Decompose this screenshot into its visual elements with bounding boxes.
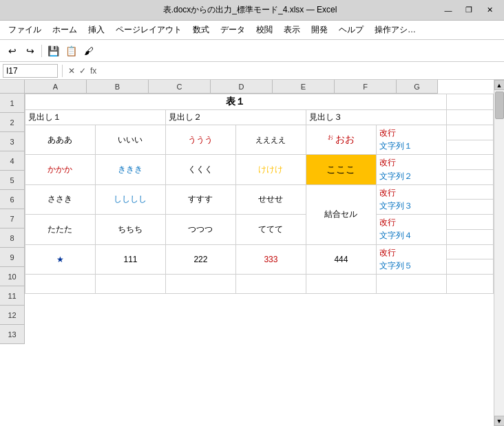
menu-file[interactable]: ファイル: [3, 21, 47, 39]
cell-3b[interactable]: いいい: [95, 125, 165, 155]
cell-11a[interactable]: ★: [25, 244, 96, 274]
cell-5e[interactable]: こここ: [306, 155, 376, 184]
cell-7b[interactable]: しししし: [95, 184, 165, 214]
menu-view[interactable]: 表示: [278, 21, 306, 39]
cell-heading2[interactable]: 見出し２: [165, 110, 306, 125]
fx-icon[interactable]: fx: [89, 65, 98, 77]
cell-10g[interactable]: [446, 229, 493, 244]
col-B[interactable]: B: [87, 80, 149, 94]
menu-insert[interactable]: 挿入: [83, 21, 110, 39]
cell-9d[interactable]: ててて: [235, 215, 306, 244]
row-5[interactable]: 5: [0, 171, 25, 190]
minimize-button[interactable]: —: [439, 4, 457, 17]
cancel-icon[interactable]: ✕: [67, 65, 76, 77]
menu-data[interactable]: データ: [215, 21, 251, 39]
scroll-thumb[interactable]: [495, 92, 504, 119]
cell-7g[interactable]: [446, 184, 493, 200]
cell-13d[interactable]: [235, 274, 306, 293]
cell-11e[interactable]: 444: [306, 244, 376, 274]
save-button[interactable]: 💾: [45, 43, 61, 59]
cell-13g[interactable]: [446, 274, 493, 293]
cell-2g[interactable]: [446, 110, 493, 125]
undo-button[interactable]: ↩: [4, 43, 21, 59]
row-4[interactable]: 4: [0, 151, 25, 171]
col-C[interactable]: C: [149, 80, 211, 94]
col-G[interactable]: G: [397, 80, 438, 94]
row-6[interactable]: 6: [0, 190, 25, 209]
cell-12g[interactable]: [446, 259, 493, 275]
cell-heading3[interactable]: 見出し３: [306, 110, 446, 125]
cell-title[interactable]: 表１: [25, 94, 447, 110]
cell-3e[interactable]: お おお: [306, 125, 376, 155]
cell-3f[interactable]: 改行 文字列１: [376, 125, 446, 155]
cell-reference-box[interactable]: I17: [3, 64, 58, 78]
row-8[interactable]: 8: [0, 228, 25, 248]
cell-7e-merged[interactable]: 結合セル: [306, 184, 376, 244]
menu-page-layout[interactable]: ページレイアウト: [110, 21, 187, 39]
row-9[interactable]: 9: [0, 248, 25, 267]
copy-button[interactable]: 📋: [63, 43, 79, 59]
cell-9b[interactable]: ちちち: [95, 215, 165, 244]
menu-help[interactable]: ヘルプ: [333, 21, 369, 39]
cell-5b[interactable]: ききき: [95, 155, 165, 184]
cell-6g[interactable]: [446, 170, 493, 185]
row-13[interactable]: 13: [0, 325, 25, 344]
row-11[interactable]: 11: [0, 286, 25, 306]
format-button[interactable]: 🖌: [81, 43, 97, 59]
col-A[interactable]: A: [25, 80, 87, 94]
cell-5d[interactable]: けけけ: [235, 155, 306, 184]
redo-button[interactable]: ↪: [22, 43, 39, 59]
scroll-track[interactable]: [494, 90, 504, 416]
cell-5a[interactable]: かかか: [25, 155, 96, 184]
cell-13e[interactable]: [306, 274, 376, 293]
cell-13b[interactable]: [95, 274, 165, 293]
cell-3a[interactable]: あああ: [25, 125, 96, 155]
menu-dev[interactable]: 開発: [306, 21, 333, 39]
cell-5g[interactable]: [446, 155, 493, 170]
scroll-down-button[interactable]: ▼: [494, 416, 505, 426]
confirm-icon[interactable]: ✓: [78, 65, 87, 77]
restore-button[interactable]: ❐: [460, 4, 478, 17]
cell-13a[interactable]: [25, 274, 96, 293]
menu-review[interactable]: 校閲: [251, 21, 278, 39]
cell-9a[interactable]: たたた: [25, 215, 96, 244]
col-D[interactable]: D: [211, 80, 273, 94]
cell-3d[interactable]: ええええ: [235, 125, 306, 155]
cell-7a[interactable]: ささき: [25, 184, 96, 214]
cell-9g[interactable]: [446, 215, 493, 230]
cell-heading1[interactable]: 見出し１: [25, 110, 166, 125]
cell-7c[interactable]: すすす: [165, 184, 235, 214]
cell-11g[interactable]: [446, 244, 493, 259]
vertical-scrollbar[interactable]: ▲ ▼: [494, 80, 504, 426]
row-3[interactable]: 3: [0, 132, 25, 151]
cell-11c[interactable]: 222: [165, 244, 235, 274]
row-1[interactable]: 1: [0, 94, 25, 113]
cell-3g[interactable]: [446, 125, 493, 140]
menu-assist[interactable]: 操作アシ…: [369, 21, 421, 39]
row-7[interactable]: 7: [0, 209, 25, 228]
cell-4g[interactable]: [446, 140, 493, 155]
cell-11d[interactable]: 333: [235, 244, 306, 274]
cell-7f[interactable]: 改行 文字列３: [376, 184, 446, 214]
cell-3c[interactable]: ううう: [165, 125, 235, 155]
col-E[interactable]: E: [273, 80, 335, 94]
scroll-up-button[interactable]: ▲: [494, 80, 505, 90]
cell-9f[interactable]: 改行 文字列４: [376, 215, 446, 244]
cell-11b[interactable]: 111: [95, 244, 165, 274]
menu-formula[interactable]: 数式: [187, 21, 215, 39]
cell-13f[interactable]: [376, 274, 446, 293]
row-2[interactable]: 2: [0, 113, 25, 132]
cell-9c[interactable]: つつつ: [165, 215, 235, 244]
cell-8g[interactable]: [446, 200, 493, 215]
row-12[interactable]: 12: [0, 306, 25, 325]
cell-5c[interactable]: くくく: [165, 155, 235, 184]
cell-13c[interactable]: [165, 274, 235, 293]
menu-home[interactable]: ホーム: [47, 21, 83, 39]
cell-1g[interactable]: [446, 94, 493, 110]
close-button[interactable]: ✕: [481, 4, 498, 17]
formula-input[interactable]: [101, 64, 501, 78]
cell-7d[interactable]: せせせ: [235, 184, 306, 214]
row-10[interactable]: 10: [0, 267, 25, 286]
col-F[interactable]: F: [335, 80, 397, 94]
cell-11f[interactable]: 改行 文字列５: [376, 244, 446, 274]
